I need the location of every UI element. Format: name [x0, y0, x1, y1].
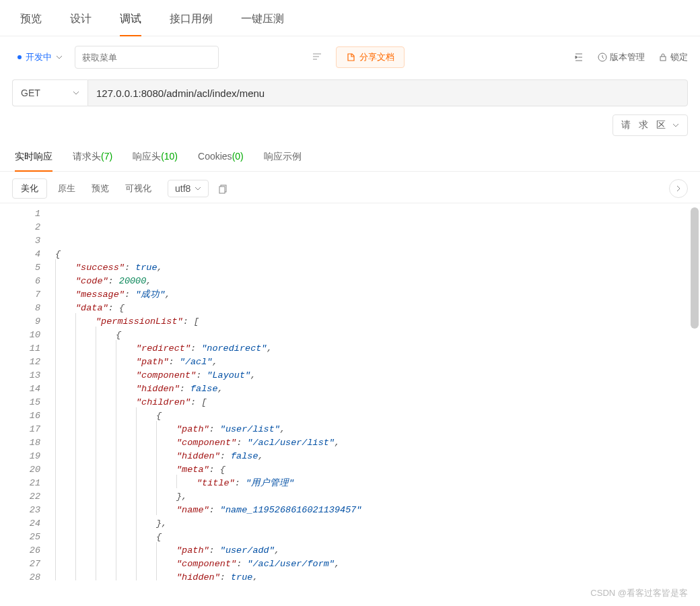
response-tab-3[interactable]: Cookies(0)	[198, 151, 244, 171]
code-line: "hidden": false,	[55, 382, 700, 396]
main-tab-2[interactable]: 调试	[120, 12, 141, 36]
beautify-button[interactable]: 美化	[12, 178, 47, 199]
response-tab-4[interactable]: 响应示例	[264, 151, 302, 171]
svg-rect-1	[660, 57, 666, 61]
code-line: "success": true,	[55, 261, 700, 275]
response-tab-2[interactable]: 响应头(10)	[133, 151, 178, 171]
clock-icon	[598, 53, 607, 62]
visualize-button[interactable]: 可视化	[117, 179, 160, 198]
chevron-right-icon	[675, 185, 682, 192]
indent-icon[interactable]	[573, 52, 584, 63]
request-area-toggle-row: 请 求 区	[12, 114, 688, 136]
url-row: GET 127.0.0.1:8080/admin/acl/index/menu	[12, 79, 688, 106]
share-doc-button[interactable]: 分享文档	[336, 46, 405, 68]
code-line: "permissionList": [	[55, 315, 700, 329]
http-method-select[interactable]: GET	[12, 79, 88, 106]
code-content[interactable]: {"success": true,"code": 20000,"message"…	[47, 203, 700, 580]
response-tab-1[interactable]: 请求头(7)	[73, 151, 112, 171]
watermark: CSDN @看客过客皆是客	[590, 587, 688, 599]
count-badge: (0)	[232, 151, 244, 162]
scrollbar-thumb[interactable]	[691, 207, 699, 329]
status-select[interactable]: 开发中	[12, 48, 68, 66]
count-badge: (10)	[161, 151, 178, 162]
code-line: "hidden": true,	[55, 571, 700, 580]
preview-button[interactable]: 预览	[83, 179, 117, 198]
response-tabs: 实时响应请求头(7)响应头(10)Cookies(0)响应示例	[0, 136, 700, 172]
api-name-wrap	[75, 46, 329, 69]
copy-icon[interactable]	[218, 182, 229, 194]
header-row: 开发中 分享文档 版本管理 锁定	[0, 36, 700, 75]
text-align-icon[interactable]	[312, 51, 322, 63]
code-line: {	[55, 329, 700, 342]
chevron-down-icon	[195, 185, 201, 192]
response-tab-0[interactable]: 实时响应	[15, 151, 53, 171]
header-icons: 版本管理 锁定	[573, 51, 688, 63]
url-text: 127.0.0.1:8080/admin/acl/index/menu	[96, 88, 265, 99]
api-name-input[interactable]	[75, 46, 219, 69]
main-tab-0[interactable]: 预览	[20, 12, 42, 36]
status-dot-icon	[18, 55, 22, 59]
line-gutter: 1234567891011121314151617181920212223242…	[0, 203, 47, 580]
share-label: 分享文档	[359, 51, 394, 63]
lock-button[interactable]: 锁定	[658, 51, 688, 63]
main-tab-4[interactable]: 一键压测	[241, 12, 284, 36]
svg-rect-3	[219, 187, 225, 193]
next-arrow-button[interactable]	[669, 179, 688, 198]
share-icon	[346, 53, 355, 62]
code-line: "path": "/acl",	[55, 356, 700, 369]
lock-icon	[658, 53, 668, 62]
main-tab-1[interactable]: 设计	[70, 12, 92, 36]
code-line: {	[55, 248, 700, 261]
chevron-down-icon	[73, 90, 79, 96]
code-line: "component": "Layout",	[55, 369, 700, 382]
request-area-toggle[interactable]: 请 求 区	[612, 114, 688, 136]
chevron-down-icon	[672, 122, 679, 129]
code-line: "redirect": "noredirect",	[55, 342, 700, 356]
method-label: GET	[21, 88, 40, 98]
code-line: "data": {	[55, 302, 700, 315]
main-tab-3[interactable]: 接口用例	[170, 12, 213, 36]
version-history-button[interactable]: 版本管理	[598, 51, 645, 63]
raw-button[interactable]: 原生	[50, 179, 83, 198]
chevron-down-icon	[56, 54, 63, 61]
encoding-select[interactable]: utf8	[168, 180, 209, 197]
response-toolbar: 美化 原生 预览 可视化 utf8	[0, 172, 700, 203]
code-line: "message": "成功",	[55, 288, 700, 302]
response-body: 1234567891011121314151617181920212223242…	[0, 203, 700, 580]
url-input[interactable]: 127.0.0.1:8080/admin/acl/index/menu	[88, 79, 688, 106]
count-badge: (7)	[101, 151, 112, 162]
status-label: 开发中	[26, 51, 52, 63]
main-tabs: 预览设计调试接口用例一键压测	[0, 0, 700, 36]
code-line: "code": 20000,	[55, 275, 700, 288]
